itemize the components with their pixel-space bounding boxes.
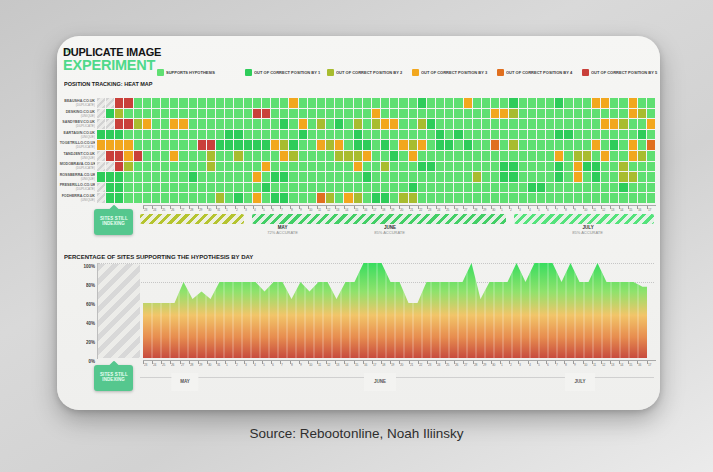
heatmap-cell xyxy=(124,162,132,172)
heatmap-cell xyxy=(326,162,334,172)
day-tick: 13 xyxy=(610,361,619,370)
heatmap-cell xyxy=(482,140,490,150)
heatmap-cell xyxy=(564,98,572,108)
heatmap-cell xyxy=(500,183,508,193)
heatmap-cell xyxy=(106,130,114,140)
heatmap-cell xyxy=(491,162,499,172)
heatmap-cell xyxy=(473,119,481,129)
heatmap-cell xyxy=(638,162,646,172)
heatmap-cell xyxy=(216,109,224,119)
heatmap-cell xyxy=(335,98,343,108)
heatmap-cell xyxy=(399,98,407,108)
heatmap-cell xyxy=(262,119,270,129)
heatmap-cell xyxy=(326,151,334,161)
heatmap-cell xyxy=(97,162,105,172)
heatmap-cell xyxy=(372,130,380,140)
heatmap-cell xyxy=(574,98,582,108)
sites-still-indexing-badge: SITES STILL INDEXING xyxy=(94,209,133,235)
heatmap-cell xyxy=(610,172,618,182)
heatmap-cell xyxy=(363,162,371,172)
heatmap-cell xyxy=(225,130,233,140)
heatmap-cell xyxy=(143,183,151,193)
heatmap-cell xyxy=(427,183,435,193)
heatmap-cell xyxy=(354,140,362,150)
heatmap-cell xyxy=(363,109,371,119)
heatmap-cell xyxy=(427,151,435,161)
day-tick: 6 xyxy=(271,361,280,370)
heatmap-cell xyxy=(519,193,527,203)
heatmap-cell xyxy=(152,119,160,129)
heatmap-cell xyxy=(179,119,187,129)
heatmap-cell xyxy=(106,140,114,150)
heatmap-cell xyxy=(564,119,572,129)
heatmap-cell xyxy=(528,130,536,140)
area-chart xyxy=(97,263,655,360)
heatmap-cell xyxy=(253,119,261,129)
heatmap-cell xyxy=(97,183,105,193)
heatmap-cell xyxy=(555,151,563,161)
heatmap-cell xyxy=(647,109,655,119)
heatmap-cell xyxy=(271,140,279,150)
heatmap-cell xyxy=(234,109,242,119)
heatmap-cell xyxy=(189,130,197,140)
heatmap-cell xyxy=(354,183,362,193)
heatmap-cell xyxy=(555,162,563,172)
heatmap-cell xyxy=(97,119,105,129)
heatmap-cell xyxy=(207,151,215,161)
heatmap-cell xyxy=(344,109,352,119)
source-caption: Source: Rebootonline, Noah Iliinsky xyxy=(0,426,713,441)
heatmap-cell xyxy=(390,98,398,108)
heatmap-cell xyxy=(390,140,398,150)
legend-swatch-icon xyxy=(582,69,589,76)
heatmap-cell xyxy=(418,162,426,172)
day-tick: 8 xyxy=(564,361,573,370)
heatmap-cell xyxy=(500,140,508,150)
heatmap-cell xyxy=(592,119,600,129)
heatmap-cell xyxy=(170,98,178,108)
heatmap-cell xyxy=(308,130,316,140)
heatmap-cell xyxy=(262,183,270,193)
heatmap-cell xyxy=(189,119,197,129)
heatmap-cell xyxy=(436,183,444,193)
day-tick: 30 xyxy=(491,361,500,370)
heatmap-cell xyxy=(317,119,325,129)
heatmap-cell xyxy=(390,183,398,193)
heatmap-cell xyxy=(335,151,343,161)
heatmap-cell xyxy=(519,183,527,193)
heatmap-cell xyxy=(152,193,160,203)
heatmap-cell xyxy=(299,130,307,140)
legend-swatch-icon xyxy=(157,69,164,76)
heatmap-cell xyxy=(601,140,609,150)
heatmap-cell xyxy=(409,162,417,172)
day-tick: 14 xyxy=(344,361,353,370)
heatmap-cell xyxy=(289,140,297,150)
day-tick: 7 xyxy=(555,361,564,370)
day-tick: 6 xyxy=(546,361,555,370)
heatmap-cell xyxy=(500,162,508,172)
heatmap-cell xyxy=(555,140,563,150)
heatmap-cell xyxy=(115,98,123,108)
day-tick: 9 xyxy=(299,361,308,370)
heatmap-cell xyxy=(207,140,215,150)
heatmap-cell xyxy=(124,98,132,108)
heatmap-cell xyxy=(143,151,151,161)
heatmap-cell xyxy=(271,109,279,119)
heatmap-cell xyxy=(647,183,655,193)
heatmap-cell xyxy=(189,140,197,150)
day-tick: 4 xyxy=(528,361,537,370)
heatmap-cell xyxy=(189,183,197,193)
heatmap-grid xyxy=(97,98,655,203)
heatmap-cell xyxy=(390,162,398,172)
heatmap-cell xyxy=(574,172,582,182)
heatmap-cell xyxy=(381,183,389,193)
heatmap-cell xyxy=(610,119,618,129)
heatmap-cell xyxy=(491,172,499,182)
heatmap-cell xyxy=(262,98,270,108)
day-tick: 19 xyxy=(390,361,399,370)
legend-swatch-icon xyxy=(327,69,334,76)
heatmap-cell xyxy=(152,130,160,140)
heatmap-cell xyxy=(299,119,307,129)
heatmap-cell xyxy=(601,151,609,161)
heatmap-cell xyxy=(253,151,261,161)
heatmap-cell xyxy=(409,130,417,140)
